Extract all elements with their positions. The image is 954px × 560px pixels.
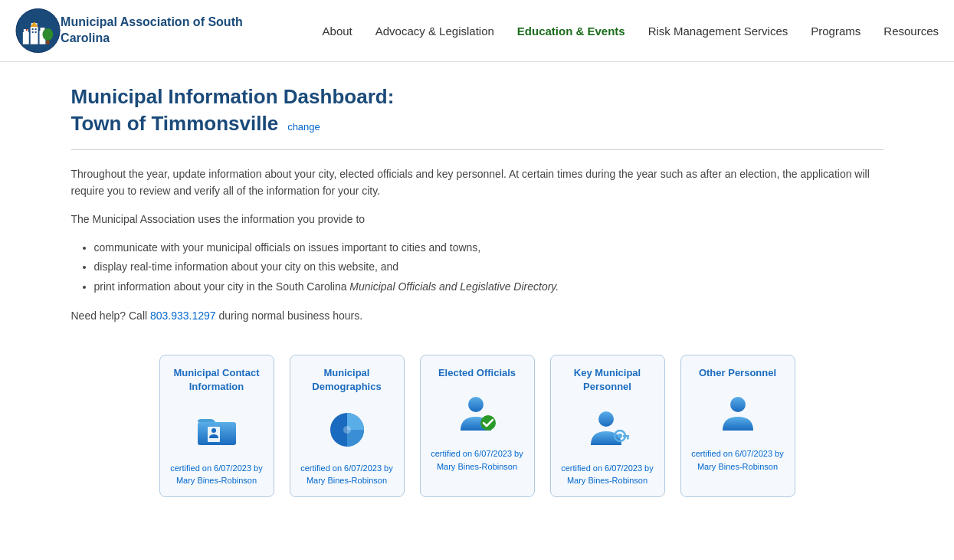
logo-link[interactable]: Municipal Association of South Carolina — [15, 8, 292, 54]
main-content: Municipal Information Dashboard: Town of… — [56, 62, 899, 528]
card-certified-5: certified on 6/07/2023 by Mary Bines-Rob… — [689, 447, 787, 473]
description-para1: Throughout the year, update information … — [71, 165, 884, 200]
card-title-4: Key Municipal Personnel — [559, 366, 657, 394]
svg-rect-8 — [35, 28, 37, 30]
card-certified-1: certified on 6/07/2023 by Mary Bines-Rob… — [168, 462, 266, 487]
svg-rect-3 — [31, 27, 38, 44]
svg-point-27 — [730, 397, 746, 412]
description-para2: The Municipal Association uses the infor… — [71, 211, 884, 228]
page-title-line2: Town of Timmonsville change — [71, 112, 884, 136]
nav-about[interactable]: About — [323, 25, 352, 38]
card-title-1: Municipal Contact Information — [168, 366, 266, 394]
svg-point-20 — [468, 397, 484, 412]
divider — [71, 149, 884, 150]
person-key-icon — [585, 405, 631, 451]
org-name: Municipal Association of South Carolina — [61, 15, 291, 47]
folder-icon — [194, 405, 240, 451]
card-demographics[interactable]: Municipal Demographics certified on 6/07… — [290, 355, 405, 496]
logo-icon — [15, 8, 61, 54]
svg-rect-7 — [32, 28, 34, 30]
svg-rect-9 — [32, 31, 34, 33]
page-title-line1: Municipal Information Dashboard: — [71, 85, 884, 109]
nav-programs[interactable]: Programs — [811, 25, 861, 38]
svg-point-12 — [42, 28, 53, 41]
phone-link[interactable]: 803.933.1297 — [150, 309, 216, 322]
card-certified-3: certified on 6/07/2023 by Mary Bines-Rob… — [428, 447, 526, 473]
person-check-icon — [454, 391, 500, 437]
pie-chart-icon — [324, 405, 370, 451]
bullet-1: communicate with your municipal official… — [94, 238, 884, 257]
card-certified-2: certified on 6/07/2023 by Mary Bines-Rob… — [298, 462, 396, 487]
svg-point-19 — [343, 426, 351, 434]
bullet-2: display real-time information about your… — [94, 257, 884, 277]
site-header: Municipal Association of South Carolina … — [0, 0, 954, 62]
nav-advocacy[interactable]: Advocacy & Legislation — [375, 25, 494, 38]
nav-risk[interactable]: Risk Management Services — [648, 25, 788, 38]
town-name: Town of Timmonsville — [71, 112, 279, 136]
nav-education[interactable]: Education & Events — [517, 25, 625, 38]
description-section: Throughout the year, update information … — [71, 165, 884, 324]
svg-rect-10 — [35, 31, 37, 33]
card-key-personnel[interactable]: Key Municipal Personnel certified on 6/0… — [550, 355, 665, 496]
svg-point-17 — [211, 428, 216, 433]
svg-rect-14 — [26, 29, 28, 31]
help-text: Need help? Call 803.933.1297 during norm… — [71, 307, 884, 324]
svg-rect-25 — [623, 435, 629, 437]
card-certified-4: certified on 6/07/2023 by Mary Bines-Rob… — [559, 462, 657, 487]
svg-rect-1 — [23, 32, 29, 44]
card-title-5: Other Personnel — [699, 366, 776, 380]
card-title-2: Municipal Demographics — [298, 366, 396, 394]
bullet-3: print information about your city in the… — [94, 277, 884, 296]
person-plain-icon — [715, 391, 761, 437]
svg-point-22 — [598, 411, 614, 427]
change-link[interactable]: change — [287, 121, 320, 133]
main-nav: About Advocacy & Legislation Education &… — [323, 25, 939, 38]
nav-resources[interactable]: Resources — [884, 25, 939, 38]
bullet-list: communicate with your municipal official… — [94, 238, 884, 296]
cards-section: Municipal Contact Information cer — [71, 355, 884, 496]
svg-rect-26 — [627, 437, 629, 439]
card-title-3: Elected Officials — [438, 366, 516, 380]
card-municipal-contact[interactable]: Municipal Contact Information cer — [159, 355, 274, 496]
card-other-personnel[interactable]: Other Personnel certified on 6/07/2023 b… — [680, 355, 795, 496]
card-elected-officials[interactable]: Elected Officials certified on 6/07/2023… — [420, 355, 535, 496]
svg-point-24 — [618, 434, 622, 438]
